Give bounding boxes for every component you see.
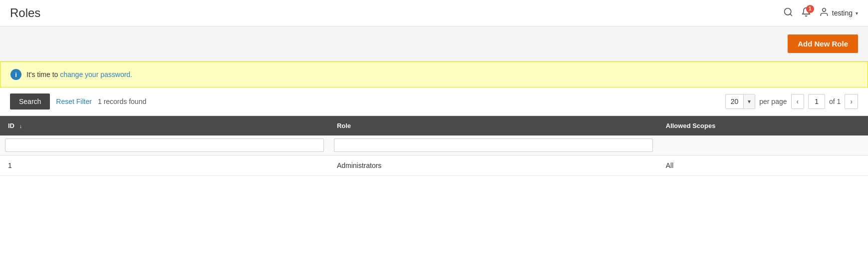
toolbar: Add New Role (0, 26, 868, 62)
column-id-label: ID (8, 122, 14, 130)
user-avatar-icon (819, 7, 829, 20)
column-header-scopes[interactable]: Allowed Scopes (658, 116, 868, 136)
reset-filter-button[interactable]: Reset Filter (56, 98, 92, 106)
table-header-row: ID ↓ Role Allowed Scopes (0, 116, 868, 136)
username-label: testing (832, 9, 853, 17)
add-new-role-button[interactable]: Add New Role (788, 34, 858, 53)
filter-id-input[interactable] (5, 138, 324, 152)
records-label: records found (104, 98, 147, 106)
next-page-button[interactable]: › (845, 94, 858, 109)
search-controls: Search Reset Filter 1 records found 20 ▾… (0, 88, 868, 116)
filter-row (0, 136, 868, 156)
page-title: Roles (10, 6, 40, 20)
per-page-dropdown-icon[interactable]: ▾ (744, 95, 755, 108)
info-banner: i It's time to change your password. (0, 62, 868, 88)
current-page-number: 1 (808, 94, 825, 109)
cell-scopes: All (658, 156, 868, 176)
filter-scopes-cell (658, 136, 868, 156)
page-header: Roles 1 testing ▾ (0, 0, 868, 26)
filter-id-cell (0, 136, 329, 156)
svg-point-2 (822, 8, 826, 12)
per-page-select[interactable]: 20 ▾ (725, 94, 756, 109)
records-found-text: 1 records found (98, 98, 146, 106)
column-scopes-label: Allowed Scopes (666, 122, 716, 130)
user-menu[interactable]: testing ▾ (819, 7, 858, 20)
prev-page-button[interactable]: ‹ (791, 94, 805, 109)
column-role-label: Role (337, 122, 351, 130)
notification-bell[interactable]: 1 (801, 7, 811, 20)
info-prefix: It's time to (26, 70, 60, 78)
cell-id: 1 (0, 156, 329, 176)
sort-arrow-icon: ↓ (19, 123, 22, 129)
column-header-role[interactable]: Role (329, 116, 658, 136)
info-icon: i (10, 69, 21, 80)
roles-table: ID ↓ Role Allowed Scopes 1 Administrator… (0, 116, 868, 176)
pagination-controls: 20 ▾ per page ‹ 1 of 1 › (725, 94, 858, 109)
column-header-id[interactable]: ID ↓ (0, 116, 329, 136)
filter-role-input[interactable] (334, 138, 653, 152)
change-password-link[interactable]: change your password. (60, 70, 132, 78)
notification-badge: 1 (806, 5, 814, 13)
table-row: 1 Administrators All (0, 156, 868, 176)
records-count: 1 (98, 98, 102, 106)
search-button[interactable]: Search (10, 94, 50, 110)
per-page-value: 20 (726, 94, 744, 108)
cell-role: Administrators (329, 156, 658, 176)
info-text: It's time to change your password. (26, 70, 132, 78)
per-page-label: per page (759, 98, 787, 106)
page-of-label: of 1 (829, 98, 841, 106)
user-chevron-icon: ▾ (856, 10, 858, 16)
header-actions: 1 testing ▾ (783, 7, 858, 20)
search-icon[interactable] (783, 7, 793, 20)
svg-line-1 (790, 14, 792, 16)
filter-role-cell (329, 136, 658, 156)
